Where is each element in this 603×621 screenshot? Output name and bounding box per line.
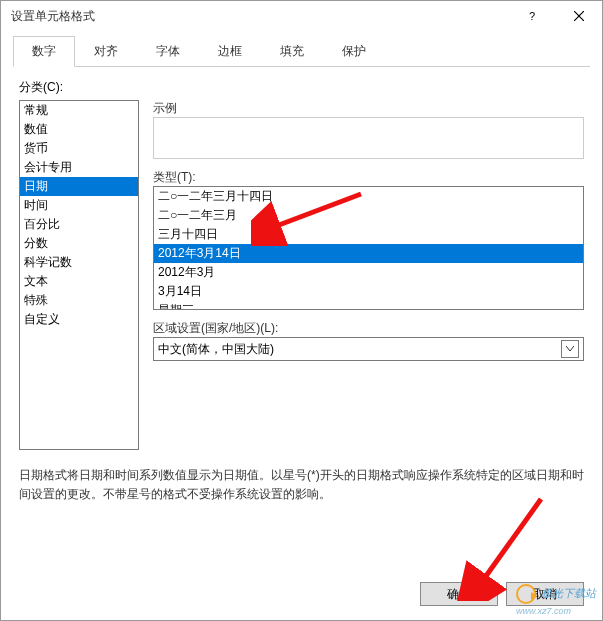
content-panel: 分类(C): 常规 数值 货币 会计专用 日期 时间 百分比 分数 科学记数 文… — [1, 67, 602, 456]
list-item[interactable]: 特殊 — [20, 291, 138, 310]
tab-font[interactable]: 字体 — [137, 36, 199, 67]
list-item[interactable]: 日期 — [20, 177, 138, 196]
ok-button[interactable]: 确定 — [420, 582, 498, 606]
cancel-button[interactable]: 取消 — [506, 582, 584, 606]
tabs: 数字 对齐 字体 边框 填充 保护 — [13, 35, 590, 67]
close-button[interactable] — [556, 1, 602, 31]
category-list[interactable]: 常规 数值 货币 会计专用 日期 时间 百分比 分数 科学记数 文本 特殊 自定… — [19, 100, 139, 450]
list-item[interactable]: 三月十四日 — [154, 225, 583, 244]
tab-number[interactable]: 数字 — [13, 36, 75, 67]
type-label: 类型(T): — [153, 169, 584, 186]
svg-text:?: ? — [529, 11, 535, 21]
locale-section: 区域设置(国家/地区)(L): 中文(简体，中国大陆) — [153, 320, 584, 361]
list-item[interactable]: 自定义 — [20, 310, 138, 329]
locale-label: 区域设置(国家/地区)(L): — [153, 320, 584, 337]
list-item[interactable]: 分数 — [20, 234, 138, 253]
list-item[interactable]: 数值 — [20, 120, 138, 139]
sample-box — [153, 117, 584, 159]
window-title: 设置单元格格式 — [11, 8, 95, 25]
type-list[interactable]: 二○一二年三月十四日 二○一二年三月 三月十四日 2012年3月14日 2012… — [153, 186, 584, 310]
list-item[interactable]: 星期三 — [154, 301, 583, 310]
tab-border[interactable]: 边框 — [199, 36, 261, 67]
list-item[interactable]: 3月14日 — [154, 282, 583, 301]
list-item[interactable]: 时间 — [20, 196, 138, 215]
list-item[interactable]: 百分比 — [20, 215, 138, 234]
svg-line-6 — [481, 499, 541, 583]
list-item[interactable]: 文本 — [20, 272, 138, 291]
list-item[interactable]: 常规 — [20, 101, 138, 120]
list-item[interactable]: 二○一二年三月十四日 — [154, 187, 583, 206]
category-label: 分类(C): — [19, 79, 584, 96]
type-section: 类型(T): 二○一二年三月十四日 二○一二年三月 三月十四日 2012年3月1… — [153, 169, 584, 310]
titlebar: 设置单元格格式 ? — [1, 1, 602, 31]
list-item[interactable]: 二○一二年三月 — [154, 206, 583, 225]
list-item[interactable]: 2012年3月14日 — [154, 244, 583, 263]
sample-section: 示例 — [153, 100, 584, 159]
locale-value: 中文(简体，中国大陆) — [158, 341, 274, 358]
list-item[interactable]: 2012年3月 — [154, 263, 583, 282]
list-item[interactable]: 科学记数 — [20, 253, 138, 272]
locale-select[interactable]: 中文(简体，中国大陆) — [153, 337, 584, 361]
titlebar-buttons: ? — [510, 1, 602, 31]
description-text: 日期格式将日期和时间系列数值显示为日期值。以星号(*)开头的日期格式响应操作系统… — [19, 466, 584, 504]
tab-protection[interactable]: 保护 — [323, 36, 385, 67]
sample-label: 示例 — [153, 100, 584, 117]
chevron-down-icon[interactable] — [561, 340, 579, 358]
list-item[interactable]: 会计专用 — [20, 158, 138, 177]
right-column: 示例 类型(T): 二○一二年三月十四日 二○一二年三月 三月十四日 2012年… — [153, 100, 584, 450]
footer: 确定 取消 — [420, 582, 584, 606]
list-item[interactable]: 货币 — [20, 139, 138, 158]
help-button[interactable]: ? — [510, 1, 556, 31]
tab-fill[interactable]: 填充 — [261, 36, 323, 67]
tab-alignment[interactable]: 对齐 — [75, 36, 137, 67]
